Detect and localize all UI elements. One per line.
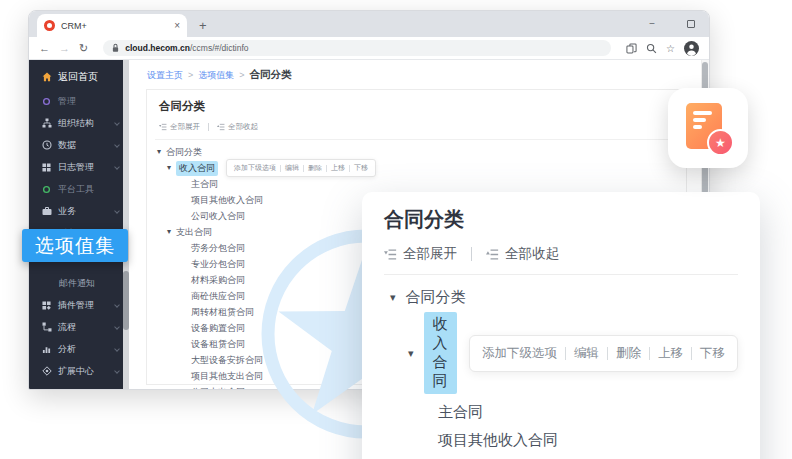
node-action-menu: 添加下级选项编辑删除上移下移 bbox=[469, 335, 738, 372]
flow-icon bbox=[41, 322, 52, 332]
avatar-icon[interactable] bbox=[684, 41, 699, 56]
action-edit[interactable]: 编辑 bbox=[285, 163, 299, 173]
breadcrumb: 设置主页 > 选项值集 > 合同分类 bbox=[129, 60, 709, 82]
breadcrumb-settings-home[interactable]: 设置主页 bbox=[147, 69, 183, 82]
minimize-button[interactable]: − bbox=[649, 19, 655, 29]
sidebar-item-workflow[interactable]: 流程 bbox=[29, 316, 129, 338]
action-move-down[interactable]: 下移 bbox=[700, 345, 725, 362]
back-icon[interactable]: ← bbox=[39, 43, 50, 54]
collapse-all-button[interactable]: 全部收起 bbox=[217, 122, 258, 132]
sidebar-item-org[interactable]: 组织结构 bbox=[29, 112, 129, 134]
expand-arrow-icon[interactable]: ▾ bbox=[408, 348, 414, 359]
expand-all-button[interactable]: 全部展开 bbox=[384, 245, 457, 263]
action-delete[interactable]: 删除 bbox=[308, 163, 322, 173]
tree-node-root[interactable]: 合同分类 bbox=[166, 146, 202, 159]
tab-close-icon[interactable]: × bbox=[174, 20, 180, 31]
chevron-down-icon bbox=[114, 368, 120, 374]
action-edit[interactable]: 编辑 bbox=[574, 345, 599, 362]
action-add-child[interactable]: 添加下级选项 bbox=[482, 345, 557, 362]
search-icon[interactable] bbox=[646, 43, 657, 54]
chevron-down-icon bbox=[114, 120, 120, 126]
crm-logo-icon bbox=[44, 20, 55, 31]
sidebar-item-analytics[interactable]: 分析 bbox=[29, 338, 129, 360]
chevron-down-icon bbox=[114, 208, 120, 214]
pages-icon[interactable] bbox=[626, 43, 637, 54]
chevron-down-icon bbox=[114, 324, 120, 330]
action-move-up[interactable]: 上移 bbox=[658, 345, 683, 362]
sidebar-item-label: 插件管理 bbox=[58, 299, 94, 312]
divider bbox=[208, 123, 209, 131]
sidebar-item-label: 返回首页 bbox=[58, 70, 98, 84]
action-delete[interactable]: 删除 bbox=[616, 345, 641, 362]
maximize-button[interactable] bbox=[687, 20, 695, 28]
chevron-down-icon bbox=[114, 346, 120, 352]
breadcrumb-separator: > bbox=[239, 70, 244, 80]
tree-node[interactable]: 主合同 bbox=[191, 178, 218, 191]
collapse-all-label: 全部收起 bbox=[505, 245, 559, 263]
sidebar-item-business[interactable]: 业务 bbox=[29, 200, 129, 222]
chevron-down-icon bbox=[114, 142, 120, 148]
sidebar-item-label: 管理 bbox=[58, 95, 76, 108]
sidebar-item-extension-center[interactable]: 扩展中心 bbox=[29, 360, 129, 382]
tree-node[interactable]: 公司支出合同 bbox=[191, 386, 245, 391]
address-bar[interactable]: cloud.hecom.cn /ccms/#/dictinfo bbox=[103, 40, 611, 56]
expand-arrow-icon[interactable]: ▾ bbox=[167, 164, 171, 172]
sidebar-section-manage: 管理 bbox=[29, 90, 129, 112]
expand-arrow-icon[interactable]: ▾ bbox=[390, 292, 396, 303]
ring-green-icon bbox=[41, 185, 52, 194]
collapse-all-button[interactable]: 全部收起 bbox=[486, 245, 559, 263]
action-add-child[interactable]: 添加下级选项 bbox=[234, 163, 276, 173]
tree-node[interactable]: 公司收入合同 bbox=[191, 210, 245, 223]
node-action-menu: 添加下级选项编辑删除上移下移 bbox=[226, 159, 376, 177]
tree-node-expense[interactable]: 支出合同 bbox=[176, 226, 212, 239]
new-tab-button[interactable]: + bbox=[199, 18, 207, 33]
breadcrumb-option-set[interactable]: 选项值集 bbox=[198, 69, 234, 82]
sidebar-item-label: 邮件通知 bbox=[59, 277, 95, 290]
tree-node-income[interactable]: 收入合同 bbox=[176, 161, 218, 176]
sidebar: 返回首页 管理 组织结构 数据 日志管理 bbox=[29, 60, 129, 389]
expand-all-label: 全部展开 bbox=[170, 122, 200, 132]
tree-node[interactable]: 设备购置合同 bbox=[191, 322, 245, 335]
divider bbox=[384, 274, 738, 275]
contract-doc-badge: ★ bbox=[668, 88, 748, 168]
sidebar-item-data[interactable]: 数据 bbox=[29, 134, 129, 156]
tree-node-root[interactable]: 合同分类 bbox=[406, 288, 466, 307]
forward-icon[interactable]: → bbox=[59, 43, 70, 54]
ring-purple-icon bbox=[41, 97, 52, 106]
expand-all-icon bbox=[159, 123, 167, 131]
tree-node[interactable]: 专业分包合同 bbox=[191, 258, 245, 271]
tab-strip: CRM+ × + − bbox=[29, 11, 709, 37]
refresh-icon[interactable]: ↻ bbox=[79, 43, 88, 54]
expand-arrow-icon[interactable]: ▾ bbox=[167, 228, 171, 236]
tree-node[interactable]: 主合同 bbox=[438, 402, 483, 422]
sidebar-item-mail-notify[interactable]: 邮件通知 bbox=[29, 272, 129, 294]
tree-node[interactable]: 商砼供应合同 bbox=[191, 290, 245, 303]
breadcrumb-separator: > bbox=[188, 70, 193, 80]
sidebar-item-home[interactable]: 返回首页 bbox=[29, 64, 129, 90]
tree-node[interactable]: 材料采购合同 bbox=[191, 274, 245, 287]
bookmark-star-icon[interactable]: ☆ bbox=[666, 43, 675, 54]
callout-option-set[interactable]: 选项值集 bbox=[22, 229, 128, 262]
chevron-down-icon bbox=[114, 302, 120, 308]
tree-node[interactable]: 周转材租赁合同 bbox=[191, 306, 254, 319]
tree-node-income-selected[interactable]: 收入合同 bbox=[424, 312, 457, 394]
expand-all-button[interactable]: 全部展开 bbox=[159, 122, 200, 132]
tree-node[interactable]: 设备租赁合同 bbox=[191, 338, 245, 351]
sidebar-item-label: 平台工具 bbox=[58, 183, 94, 196]
sidebar-item-logs[interactable]: 日志管理 bbox=[29, 156, 129, 178]
browser-tab[interactable]: CRM+ × bbox=[37, 14, 187, 37]
expand-arrow-icon[interactable]: ▾ bbox=[157, 148, 161, 156]
url-path: /ccms/#/dictinfo bbox=[190, 43, 249, 53]
sidebar-item-label: 日志管理 bbox=[58, 161, 94, 174]
expand-center-icon bbox=[41, 366, 52, 376]
chevron-down-icon bbox=[114, 164, 120, 170]
action-move-up[interactable]: 上移 bbox=[331, 163, 345, 173]
sidebar-item-label: 扩展中心 bbox=[58, 365, 94, 378]
tree-node[interactable]: 项目其他收入合同 bbox=[191, 194, 263, 207]
magnified-panel: 合同分类 全部展开 全部收起 ▾ 合同分类 ▾ 收入合同 添加下级选项编辑删除上… bbox=[362, 192, 760, 459]
expand-all-label: 全部展开 bbox=[403, 245, 457, 263]
tree-node[interactable]: 劳务分包合同 bbox=[191, 242, 245, 255]
action-move-down[interactable]: 下移 bbox=[354, 163, 368, 173]
sidebar-item-plugins[interactable]: 插件管理 bbox=[29, 294, 129, 316]
tree-node[interactable]: 项目其他收入合同 bbox=[438, 430, 558, 450]
